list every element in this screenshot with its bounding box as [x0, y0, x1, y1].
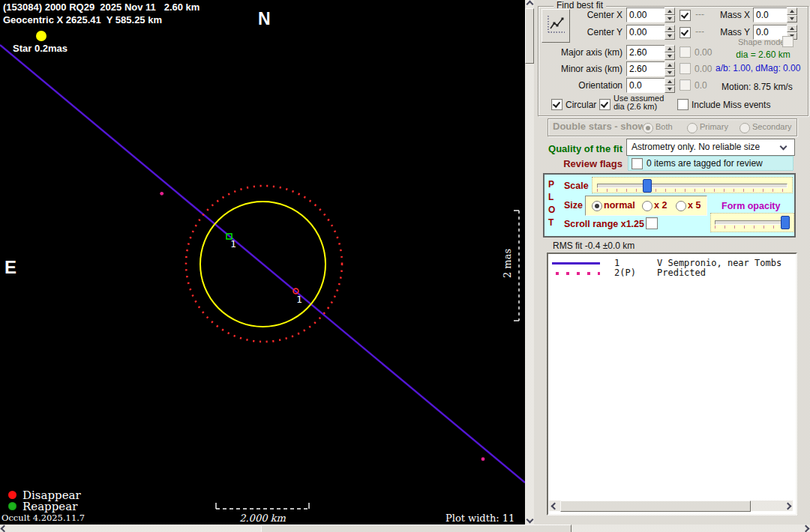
orientation-input[interactable]	[627, 79, 664, 92]
scale-slider-track[interactable]	[597, 184, 788, 188]
major-axis-input[interactable]	[627, 46, 664, 59]
list-scrollbar-thumb[interactable]	[560, 501, 751, 512]
major-axis-spin-down[interactable]	[664, 52, 675, 60]
size-normal-radio[interactable]	[592, 201, 602, 211]
stations-list-box[interactable]	[547, 253, 797, 516]
minor-axis-field-frame	[626, 61, 665, 76]
mass-x-spin-down[interactable]	[787, 15, 797, 22]
chord-line-swatch	[552, 262, 600, 265]
list-horizontal-scrollbar[interactable]	[549, 501, 793, 511]
plot-panel-vertical-label: PLOT	[548, 178, 557, 229]
center-x-dashes: ---	[695, 9, 704, 19]
center-x-fit-checkbox[interactable]	[680, 10, 691, 21]
center-x-spin-up[interactable]	[664, 7, 675, 15]
occult-fit-window: (153084) 2000 RQ29 2025 Nov 11 2.60 km G…	[0, 0, 810, 532]
circular-label: Circular	[566, 100, 596, 110]
double-stars-primary-label: Primary	[700, 122, 728, 131]
include-miss-events-checkbox[interactable]	[677, 99, 688, 110]
orientation-spin-up[interactable]	[664, 78, 675, 85]
center-x-input[interactable]	[627, 8, 664, 22]
event-marker-number: 1	[296, 294, 302, 305]
major-axis-label: Major axis (km)	[555, 47, 622, 58]
center-y-fit-checkbox[interactable]	[680, 27, 691, 38]
list-scroll-right-button[interactable]	[782, 501, 793, 511]
size-x2-radio[interactable]	[642, 201, 652, 211]
plot-subtitle-geocentric: Geocentric X 2625.41 Y 585.25 km	[3, 14, 162, 25]
list-row-number[interactable]: 2(P)	[614, 267, 636, 278]
center-y-spin-down[interactable]	[664, 32, 675, 40]
predicted-point-dot	[482, 457, 485, 461]
scroll-down-button[interactable]	[525, 516, 534, 524]
form-opacity-ticks	[715, 226, 788, 229]
double-stars-secondary-radio	[740, 123, 750, 133]
vertical-scrollbar-thumb[interactable]	[525, 8, 534, 64]
north-direction-label: N	[258, 9, 271, 29]
minor-axis-input[interactable]	[627, 62, 664, 76]
mass-y-spin-up[interactable]	[787, 25, 797, 32]
combo-dropdown-icon[interactable]	[780, 143, 788, 151]
list-row-name[interactable]: V Sempronio, near Tombs	[657, 258, 782, 268]
minor-axis-spin-up[interactable]	[664, 61, 675, 69]
center-x-spinner	[664, 7, 675, 22]
scroll-left-button[interactable]	[0, 525, 8, 532]
chevron-up-icon	[526, 1, 533, 8]
scroll-right-button[interactable]	[802, 525, 810, 532]
mass-x-input[interactable]	[754, 8, 787, 22]
quality-of-fit-label: Quality of the fit	[538, 143, 622, 154]
occultation-plot-canvas[interactable]: (153084) 2000 RQ29 2025 Nov 11 2.60 km G…	[0, 0, 525, 525]
vertical-scrollbar[interactable]	[525, 0, 534, 525]
horizontal-scrollbar[interactable]	[0, 525, 810, 532]
disappear-legend-dot	[8, 491, 16, 499]
mas-scale-label: 2 mas	[502, 241, 513, 286]
center-y-dashes: ---	[695, 26, 704, 37]
list-row-number[interactable]: 1	[614, 258, 620, 268]
scale-slider-ticks	[597, 189, 786, 192]
quality-of-fit-value: Astrometry only. No reliable size	[632, 142, 760, 152]
form-opacity-slider[interactable]	[710, 213, 794, 232]
predicted-point-dot	[160, 192, 164, 196]
center-x-spin-down[interactable]	[664, 15, 675, 22]
scale-slider-thumb[interactable]	[643, 179, 652, 193]
size-group-label: Size	[564, 200, 583, 211]
center-y-field-frame	[626, 25, 665, 40]
event-marker-number: 1	[230, 238, 236, 250]
horizontal-scrollbar-thumb[interactable]	[261, 525, 572, 532]
chevron-left-icon	[1, 525, 8, 532]
double-stars-title: Double stars - show	[553, 121, 646, 132]
major-axis-spin-up[interactable]	[664, 45, 675, 52]
review-flags-label: Review flags	[558, 158, 622, 169]
center-y-label: Center Y	[558, 27, 622, 37]
reappear-legend-label: Reappear	[22, 500, 77, 513]
minor-axis-spin-down[interactable]	[664, 69, 675, 76]
scroll-range-checkbox[interactable]	[646, 217, 658, 229]
center-y-input[interactable]	[627, 25, 664, 39]
orientation-field-frame	[626, 78, 665, 93]
scale-slider[interactable]	[592, 177, 793, 193]
reappear-legend-dot	[8, 502, 16, 510]
scale-slider-label: Scale	[564, 181, 589, 191]
review-flags-text: 0 items are tagged for review	[646, 158, 763, 169]
size-x5-label: x 5	[688, 200, 700, 211]
list-scroll-left-button[interactable]	[549, 501, 560, 511]
star-chord-line	[0, 45, 525, 483]
double-stars-secondary-label: Secondary	[752, 122, 792, 131]
form-opacity-track[interactable]	[715, 220, 790, 225]
mass-x-spin-up[interactable]	[787, 7, 797, 15]
size-normal-label: normal	[604, 200, 635, 211]
chevron-right-icon	[784, 502, 791, 510]
major-axis-aux-value: 0.00	[694, 47, 712, 58]
star-size-label: Star 0.2mas	[13, 43, 68, 54]
quality-of-fit-combo[interactable]: Astrometry only. No reliable size	[626, 139, 795, 156]
review-flags-checkbox[interactable]	[632, 158, 643, 169]
center-y-spin-up[interactable]	[664, 25, 675, 32]
scale-bar-label: 2.000 km	[225, 513, 300, 524]
use-assumed-dia-checkbox[interactable]	[599, 99, 610, 110]
double-stars-both-radio	[643, 123, 653, 133]
list-row-name[interactable]: Predicted	[657, 267, 706, 278]
circular-checkbox[interactable]	[551, 99, 562, 110]
scroll-up-button[interactable]	[525, 0, 534, 8]
center-y-spinner	[664, 25, 675, 40]
orientation-spin-down[interactable]	[664, 85, 675, 93]
form-opacity-thumb[interactable]	[781, 216, 790, 229]
size-x5-radio[interactable]	[676, 201, 686, 211]
